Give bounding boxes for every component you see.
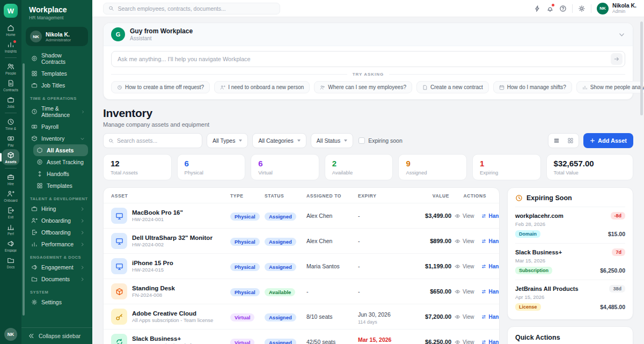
eye-icon bbox=[455, 339, 460, 344]
assistant-input[interactable] bbox=[111, 51, 625, 67]
double-chevron-left-icon bbox=[28, 333, 34, 339]
chip-onboard[interactable]: I need to onboard a new person bbox=[214, 81, 310, 93]
rail-item-engage[interactable]: Engage bbox=[2, 238, 19, 254]
rail-item-hire[interactable]: Hire bbox=[2, 171, 19, 187]
global-search-input[interactable] bbox=[118, 5, 275, 12]
assistant-card: G Guy from Workplace Assistant bbox=[103, 23, 633, 100]
topbar-user-menu[interactable]: NK Nikola K. Admin bbox=[597, 3, 636, 14]
rail-item-onboard[interactable]: Onboard bbox=[2, 188, 19, 204]
rail-item-perf[interactable]: Perf bbox=[2, 221, 19, 237]
sidebar-item-job-titles[interactable]: Job Titles bbox=[28, 79, 88, 91]
filter-types-select[interactable]: All Types bbox=[207, 133, 248, 148]
global-search[interactable] bbox=[103, 3, 280, 14]
list-view-button[interactable] bbox=[550, 135, 564, 147]
clock-icon bbox=[117, 85, 122, 90]
handoff-button[interactable]: Handoff bbox=[481, 339, 500, 344]
sidebar-item-time-attendance[interactable]: Time & Attendance bbox=[28, 103, 88, 121]
quick-actions-card: Quick Actions Start Handoff Transfer or … bbox=[507, 326, 633, 344]
rail-item-people[interactable]: People bbox=[2, 61, 19, 77]
table-row[interactable]: Slack Business+Team communication platfo… bbox=[104, 329, 499, 344]
sidebar-item-shadow-contracts[interactable]: Shadow Contracts bbox=[28, 49, 88, 68]
chip-contract[interactable]: Create a new contract bbox=[416, 81, 489, 93]
rail-item-assets[interactable]: Assets bbox=[2, 149, 19, 165]
category-badge: License bbox=[515, 303, 541, 311]
sidebar-item-templates[interactable]: Templates bbox=[28, 68, 88, 79]
expiring-soon-title: Expiring Soon bbox=[526, 194, 572, 202]
sidebar-menu: Shadow Contracts Templates Job Titles TI… bbox=[21, 48, 92, 327]
view-button[interactable]: View bbox=[455, 238, 474, 244]
view-button[interactable]: View bbox=[455, 314, 474, 320]
handoff-button[interactable]: Handoff bbox=[481, 238, 500, 244]
sidebar-item-engagement[interactable]: Engagement bbox=[28, 261, 88, 273]
handoff-button[interactable]: Handoff bbox=[481, 213, 500, 219]
sidebar-item-inventory-templates[interactable]: Templates bbox=[33, 180, 88, 192]
sidebar-item-handoffs[interactable]: Handoffs bbox=[33, 168, 88, 180]
lightning-icon[interactable] bbox=[533, 5, 541, 12]
rail-item-home[interactable]: Home bbox=[2, 22, 19, 38]
sidebar-user-card[interactable]: NK Nikola K. Administrator bbox=[26, 27, 88, 46]
table-row[interactable]: MacBook Pro 16"HW-2024-001 Physical Assi… bbox=[104, 203, 499, 228]
add-asset-button[interactable]: Add Asset bbox=[583, 133, 633, 148]
grid-icon bbox=[567, 137, 574, 144]
gear-icon[interactable] bbox=[578, 5, 586, 12]
expiring-soon-checkbox[interactable]: Expiring soon bbox=[358, 137, 402, 144]
rail-item-contracts[interactable]: Contracts bbox=[2, 77, 19, 93]
rail-item-exit[interactable]: Exit bbox=[2, 204, 19, 221]
chevron-down-icon[interactable] bbox=[618, 31, 625, 38]
sidebar-item-payroll[interactable]: Payroll bbox=[28, 121, 88, 133]
rail-item-insights[interactable]: Insights bbox=[2, 39, 19, 55]
sidebar-item-all-assets[interactable]: All Assets bbox=[33, 144, 88, 156]
sidebar-item-settings[interactable]: Settings bbox=[28, 296, 88, 308]
expiring-item[interactable]: Slack Business+7d Mar 15, 2026 Subscript… bbox=[515, 244, 625, 280]
chevron-right-icon bbox=[81, 109, 85, 114]
assets-search[interactable] bbox=[103, 133, 202, 148]
rail-user-avatar[interactable]: NK bbox=[4, 328, 17, 341]
view-button[interactable]: View bbox=[455, 339, 474, 344]
view-button[interactable]: View bbox=[455, 264, 474, 269]
send-button[interactable] bbox=[611, 53, 623, 65]
workplace-logo[interactable]: W bbox=[4, 4, 18, 18]
rail-item-pay[interactable]: Pay bbox=[2, 133, 19, 149]
sidebar-item-documents[interactable]: Documents bbox=[28, 273, 88, 285]
view-button[interactable]: View bbox=[455, 213, 474, 219]
table-row[interactable]: iPhone 15 ProHW-2024-015 Physical Assign… bbox=[104, 253, 499, 279]
sidebar-item-hiring[interactable]: Hiring bbox=[28, 203, 88, 215]
rail-item-time[interactable]: Time & bbox=[2, 116, 19, 132]
chip-employees[interactable]: Where can I see my employees? bbox=[314, 81, 412, 93]
user-role: Admin bbox=[612, 9, 636, 14]
chip-shifts[interactable]: How do I manage shifts? bbox=[493, 81, 572, 93]
table-row[interactable]: Adobe Creative CloudAll Apps subscriptio… bbox=[104, 304, 499, 329]
filter-status-select[interactable]: All Status bbox=[311, 133, 353, 148]
sidebar-item-asset-tracking[interactable]: Asset Tracking bbox=[33, 156, 88, 168]
handoff-button[interactable]: Handoff bbox=[481, 314, 500, 320]
status-badge: Available bbox=[265, 288, 295, 296]
chip-analytics[interactable]: Show me people analytics bbox=[576, 81, 644, 93]
collapse-sidebar-button[interactable]: Collapse sidebar bbox=[21, 327, 92, 344]
grid-view-button[interactable] bbox=[564, 135, 577, 147]
table-row[interactable]: Standing DeskFN-2024-008 Physical Availa… bbox=[104, 279, 499, 304]
sidebar-scrollbar[interactable] bbox=[23, 63, 25, 316]
stat-total-assets: 12Total Assets bbox=[103, 154, 172, 180]
chip-time-off[interactable]: How to create a time off request? bbox=[111, 81, 210, 93]
rail-divider bbox=[5, 168, 17, 169]
bell-icon[interactable] bbox=[546, 5, 554, 12]
help-icon[interactable] bbox=[559, 5, 567, 12]
rail-item-docs[interactable]: Docs bbox=[2, 254, 19, 270]
sidebar-item-offboarding[interactable]: Offboarding bbox=[28, 226, 88, 238]
sidebar-item-performance[interactable]: Performance bbox=[28, 238, 88, 250]
icon-rail: W Home Insights People Contracts bbox=[0, 0, 21, 344]
sidebar-item-inventory[interactable]: Inventory bbox=[28, 133, 88, 144]
sidebar-item-onboarding[interactable]: Onboarding bbox=[28, 215, 88, 226]
view-button[interactable]: View bbox=[455, 289, 474, 295]
expiring-item[interactable]: workplacehr.com-8d Feb 28, 2026 Domain$1… bbox=[515, 207, 625, 244]
rail-item-jobs[interactable]: Jobs bbox=[2, 94, 19, 110]
handoff-button[interactable]: Handoff bbox=[481, 289, 500, 295]
handoff-button[interactable]: Handoff bbox=[481, 264, 500, 269]
assets-search-input[interactable] bbox=[117, 137, 197, 144]
table-row[interactable]: Dell UltraSharp 32" MonitorHW-2024-002 P… bbox=[104, 228, 499, 253]
expiring-item[interactable]: JetBrains All Products38d Apr 15, 2026 L… bbox=[515, 280, 625, 316]
filter-categories-select[interactable]: All Categories bbox=[252, 133, 306, 148]
eye-icon bbox=[455, 289, 460, 295]
page-scrollbar[interactable] bbox=[640, 21, 643, 115]
checkbox[interactable] bbox=[358, 137, 365, 144]
